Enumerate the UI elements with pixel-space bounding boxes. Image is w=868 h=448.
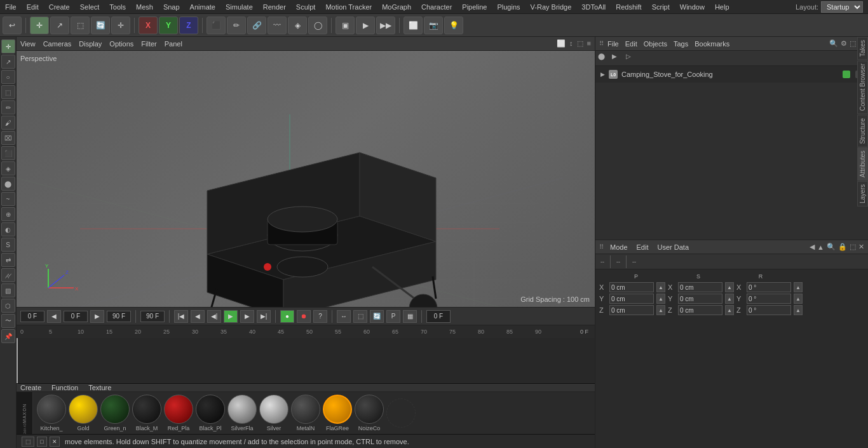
tool-smooth[interactable]: 〜 [1, 314, 15, 328]
tool-move[interactable]: ↗ [1, 55, 15, 69]
menu-create[interactable]: Create [44, 2, 75, 12]
mat-silverfla[interactable]: SilverFla [227, 395, 257, 431]
attr-back-icon[interactable]: ◀ [810, 243, 815, 251]
coord-x-rot-arr[interactable]: ▲ [794, 282, 803, 292]
coord-x-pos[interactable] [609, 282, 654, 292]
tool-knife[interactable]: ⌧ [1, 131, 15, 145]
menu-tools[interactable]: Tools [104, 2, 131, 12]
mat-blackm[interactable]: Black_M [132, 395, 161, 431]
preview-end-input[interactable] [140, 311, 165, 322]
obj-search-icon[interactable]: 🔍 [829, 39, 838, 48]
record-btn[interactable]: ● [280, 310, 294, 323]
axis-z-btn[interactable]: Z [179, 17, 198, 34]
mat-flagree[interactable]: FlaGRee [323, 395, 352, 431]
move-timeline-btn[interactable]: ↔ [337, 310, 351, 323]
menu-sculpt[interactable]: Sculpt [291, 2, 321, 12]
viewport-icon-4[interactable]: ≡ [587, 39, 591, 48]
menu-animate[interactable]: Animate [185, 2, 220, 12]
attr-close-icon[interactable]: ✕ [858, 243, 864, 251]
light-btn[interactable]: 💡 [444, 17, 463, 34]
tool-select[interactable]: ✛ [1, 39, 15, 53]
coord-z-rot[interactable] [747, 305, 791, 315]
viewport-solo-btn[interactable]: ⬜ [403, 17, 423, 34]
obj-tags-btn[interactable]: Tags [671, 40, 691, 48]
auto-key-btn[interactable]: ⏺ [297, 310, 311, 323]
undo-btn[interactable]: ↩ [3, 17, 22, 34]
field-btn[interactable]: ◈ [288, 17, 307, 34]
obj-file-btn[interactable]: File [605, 40, 621, 48]
timeline-layout-btn[interactable]: ▦ [403, 310, 417, 323]
transform-btn[interactable]: ✛ [111, 17, 130, 34]
axis-y-btn[interactable]: Y [159, 17, 178, 34]
layout-dropdown[interactable]: Startup [821, 1, 863, 13]
menu-window[interactable]: Window [675, 2, 710, 12]
vtab-layers[interactable]: Layers [857, 181, 868, 207]
snap-timeline-btn[interactable]: 🔄 [370, 310, 384, 323]
axis-x-btn[interactable]: X [139, 17, 158, 34]
mat-metaln[interactable]: MetalN [291, 395, 320, 431]
coord-y-scale[interactable] [678, 294, 722, 304]
tool-extrude[interactable]: ⬛ [1, 146, 15, 160]
coord-x-scale[interactable] [678, 282, 722, 292]
mat-header-texture[interactable]: Texture [88, 384, 111, 391]
spline-btn[interactable]: ✏ [227, 17, 246, 34]
viewport-icon-2[interactable]: ↕ [569, 39, 573, 48]
menu-simulate[interactable]: Simulate [220, 2, 258, 12]
viewport-menu-options[interactable]: Options [109, 40, 133, 48]
attr-expand-icon[interactable]: ⬚ [850, 243, 856, 251]
menu-pipeline[interactable]: Pipeline [457, 2, 492, 12]
viewport-canvas[interactable]: Perspective [17, 51, 595, 307]
menu-script[interactable]: Script [647, 2, 675, 12]
attr-mode-btn[interactable]: Mode [607, 243, 630, 251]
coord-y-pos[interactable] [609, 294, 654, 304]
status-icon-close[interactable]: ✕ [50, 437, 60, 447]
vtab-attributes[interactable]: Attributes [857, 147, 868, 180]
tool-brush[interactable]: 🖌 [1, 116, 15, 130]
viewport-menu-filter[interactable]: Filter [141, 40, 156, 48]
tool-unwrap[interactable]: ⬡ [1, 299, 15, 313]
timeline-content[interactable] [17, 338, 595, 383]
viewport-icon-1[interactable]: ⬜ [557, 39, 566, 48]
tool-scale[interactable]: ⬚ [1, 85, 15, 99]
play-back-btn[interactable]: ◀| [207, 310, 221, 323]
obj-expand-arrow[interactable]: ▶ [600, 71, 605, 78]
attr-lock-icon[interactable]: 🔒 [838, 243, 847, 251]
rotate-btn[interactable]: 🔄 [91, 17, 110, 34]
mat-blackpl[interactable]: Black_Pl [196, 395, 225, 431]
mat-gold[interactable]: Gold [69, 395, 98, 431]
render-region-btn[interactable]: ▣ [336, 17, 355, 34]
tool-magnet[interactable]: ⊕ [1, 207, 15, 221]
play-fwd-btn[interactable]: ▶ [224, 310, 238, 323]
viewport-menu-panel[interactable]: Panel [165, 40, 182, 48]
move-btn[interactable]: ↗ [50, 17, 69, 34]
menu-mesh[interactable]: Mesh [131, 2, 158, 12]
coord-z-scale[interactable] [678, 305, 722, 315]
obj-tool-2[interactable]: ▶ [612, 53, 625, 64]
vtab-content-browser[interactable]: Content Browser [857, 60, 868, 114]
obj-edit-btn[interactable]: Edit [623, 40, 640, 48]
tool-poly-pen[interactable]: ✏ [1, 100, 15, 114]
scale-btn[interactable]: ⬚ [71, 17, 90, 34]
viewport-menu-view[interactable]: View [20, 40, 36, 48]
pref-btn[interactable]: P [386, 310, 400, 323]
viewport-menu-cameras[interactable]: Cameras [43, 40, 72, 48]
deformer-btn[interactable]: 〰 [268, 17, 287, 34]
tool-bridge[interactable]: ⬤ [1, 177, 15, 191]
menu-edit[interactable]: Edit [22, 2, 44, 12]
mat-green[interactable]: Green_n [100, 395, 130, 431]
tool-rotate[interactable]: ○ [1, 70, 15, 84]
attr-fwd-icon[interactable]: ▲ [817, 243, 824, 251]
select-mode-btn[interactable]: ✛ [30, 17, 49, 34]
obj-filter-icon[interactable]: ⚙ [841, 39, 847, 48]
goto-start-btn[interactable]: |◀ [174, 310, 188, 323]
mat-silver[interactable]: Silver [259, 395, 288, 431]
mat-red[interactable]: Red_Pla [164, 395, 193, 431]
coord-y-rot[interactable] [747, 294, 791, 304]
attr-search-icon[interactable]: 🔍 [827, 243, 836, 251]
goto-end-btn[interactable]: ▶| [257, 310, 271, 323]
step-back-btn[interactable]: ◀ [191, 310, 205, 323]
attr-userdata-btn[interactable]: User Data [655, 243, 692, 251]
end-frame-input[interactable] [107, 311, 131, 322]
mat-header-function[interactable]: Function [51, 384, 78, 391]
mat-header-create[interactable]: Create [20, 384, 41, 391]
